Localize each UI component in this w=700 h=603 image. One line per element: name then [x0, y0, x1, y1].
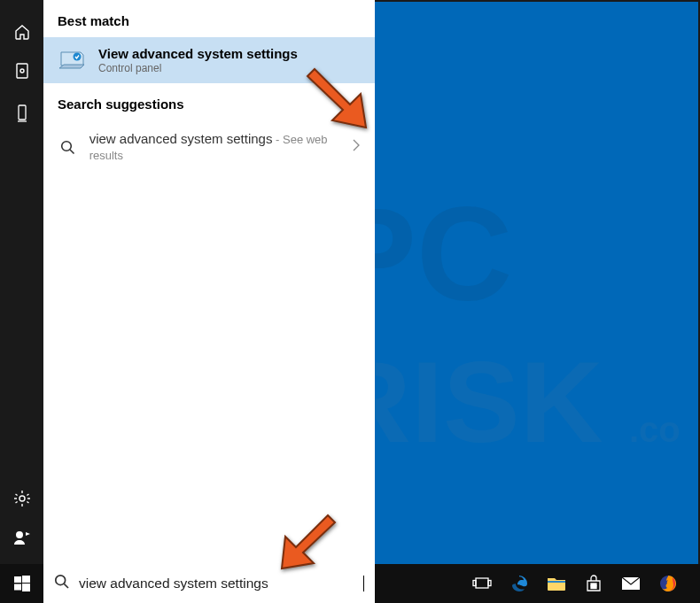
svg-line-21 — [64, 584, 68, 588]
svg-rect-23 — [473, 581, 476, 586]
mail-icon[interactable] — [613, 564, 649, 603]
svg-point-20 — [56, 576, 66, 585]
edge-icon[interactable] — [502, 564, 537, 603]
taskbar: view advanced system settings — [0, 564, 700, 603]
svg-rect-17 — [22, 576, 30, 583]
search-input-text[interactable]: view advanced system settings — [79, 576, 363, 591]
notebook-icon[interactable] — [0, 51, 43, 90]
svg-rect-27 — [595, 584, 597, 586]
best-match-subtitle: Control panel — [98, 62, 298, 74]
feedback-icon[interactable] — [0, 518, 43, 557]
suggestion-query: view advanced system settings — [89, 131, 273, 146]
task-view-icon[interactable] — [464, 564, 500, 603]
best-match-result[interactable]: View advanced system settings Control pa… — [43, 37, 375, 83]
suggestions-heading: Search suggestions — [43, 83, 375, 120]
svg-rect-22 — [476, 578, 488, 588]
svg-point-14 — [62, 141, 72, 151]
best-match-title: View advanced system settings — [98, 46, 298, 61]
web-suggestion[interactable]: view advanced system settings - See web … — [43, 120, 375, 174]
svg-rect-10 — [19, 105, 26, 120]
svg-rect-18 — [14, 584, 21, 591]
store-icon[interactable] — [576, 564, 611, 603]
svg-rect-25 — [548, 581, 565, 583]
taskbar-search-box[interactable]: view advanced system settings — [43, 564, 375, 603]
search-icon — [54, 574, 70, 593]
taskbar-tray — [464, 564, 700, 603]
svg-line-15 — [70, 150, 74, 154]
text-caret — [363, 576, 364, 591]
best-match-heading: Best match — [43, 0, 375, 37]
svg-point-12 — [19, 496, 25, 501]
svg-rect-8 — [17, 64, 27, 78]
devices-icon[interactable] — [0, 94, 43, 133]
svg-rect-19 — [22, 584, 30, 591]
system-settings-icon — [58, 48, 88, 73]
home-icon[interactable] — [0, 12, 43, 51]
svg-rect-24 — [488, 581, 491, 586]
svg-rect-26 — [591, 584, 594, 586]
firefox-icon[interactable] — [650, 564, 686, 603]
svg-point-9 — [20, 69, 24, 73]
search-icon — [58, 140, 79, 155]
chevron-right-icon[interactable] — [352, 138, 361, 156]
svg-rect-28 — [591, 586, 594, 589]
start-button[interactable] — [0, 564, 43, 603]
search-results-panel: Best match View advanced system settings… — [43, 0, 375, 564]
file-explorer-icon[interactable] — [539, 564, 574, 603]
settings-icon[interactable] — [0, 479, 43, 518]
svg-rect-16 — [14, 576, 21, 583]
cortana-sidebar — [0, 0, 43, 564]
svg-rect-29 — [595, 586, 597, 589]
